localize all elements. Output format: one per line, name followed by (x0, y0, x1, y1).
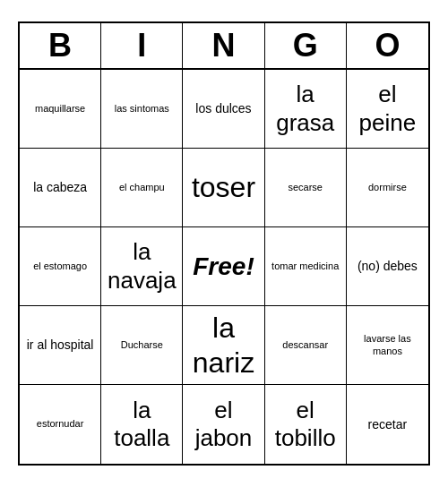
cell-text: el estomago (33, 261, 87, 272)
cell-text: el peine (350, 81, 425, 136)
bingo-cell[interactable]: la toalla (101, 385, 183, 464)
cell-text: Free! (193, 252, 254, 282)
bingo-cell[interactable]: el jabon (183, 385, 264, 464)
bingo-cell[interactable]: los dulces (183, 70, 264, 149)
cell-text: secarse (288, 182, 323, 193)
header-letter: B (20, 23, 101, 68)
bingo-cell[interactable]: la grasa (265, 70, 347, 149)
cell-text: la cabeza (33, 180, 87, 195)
cell-text: lavarse las manos (350, 333, 425, 356)
cell-text: la navaja (105, 238, 178, 294)
bingo-cell[interactable]: descansar (265, 306, 347, 385)
cell-text: el tobillo (269, 397, 342, 452)
cell-text: la toalla (105, 397, 178, 452)
bingo-cell[interactable]: la navaja (101, 227, 183, 306)
bingo-cell[interactable]: el tobillo (265, 385, 347, 464)
bingo-cell[interactable]: Ducharse (101, 306, 183, 385)
cell-text: la nariz (186, 311, 260, 380)
bingo-cell[interactable]: maquillarse (20, 70, 101, 149)
header-letter: G (265, 23, 347, 68)
bingo-cell[interactable]: recetar (347, 385, 428, 464)
cell-text: los dulces (195, 101, 251, 116)
bingo-cell[interactable]: el estomago (20, 227, 101, 306)
cell-text: toser (192, 170, 255, 204)
bingo-cell[interactable]: el champu (101, 149, 183, 227)
bingo-cell[interactable]: estornudar (20, 385, 101, 464)
cell-text: el jabon (186, 397, 260, 452)
cell-text: estornudar (37, 418, 84, 430)
bingo-cell[interactable]: (no) debes (347, 227, 428, 306)
cell-text: dormirse (368, 182, 407, 193)
cell-text: descansar (282, 339, 328, 351)
bingo-grid: maquillarselas sintomaslos dulcesla gras… (20, 70, 428, 464)
cell-text: las sintomas (115, 103, 169, 115)
cell-text: el champu (119, 182, 165, 193)
cell-text: maquillarse (35, 103, 85, 115)
cell-text: recetar (368, 417, 408, 432)
bingo-cell[interactable]: Free! (183, 227, 264, 306)
bingo-cell[interactable]: la nariz (183, 306, 264, 385)
bingo-cell[interactable]: toser (183, 149, 264, 227)
cell-text: tomar medicina (271, 261, 339, 272)
bingo-cell[interactable]: ir al hospital (20, 306, 101, 385)
header-letter: N (183, 23, 264, 68)
cell-text: la grasa (269, 81, 342, 136)
bingo-cell[interactable]: la cabeza (20, 149, 101, 227)
bingo-cell[interactable]: tomar medicina (265, 227, 347, 306)
bingo-cell[interactable]: dormirse (347, 149, 428, 227)
cell-text: Ducharse (121, 339, 163, 351)
header-letter: O (347, 23, 428, 68)
header-letter: I (101, 23, 183, 68)
bingo-cell[interactable]: lavarse las manos (347, 306, 428, 385)
cell-text: (no) debes (358, 259, 418, 274)
bingo-cell[interactable]: el peine (347, 70, 428, 149)
cell-text: ir al hospital (27, 337, 94, 353)
bingo-cell[interactable]: las sintomas (101, 70, 183, 149)
bingo-header: BINGO (20, 23, 428, 70)
bingo-board: BINGO maquillarselas sintomaslos dulcesl… (18, 21, 430, 466)
bingo-cell[interactable]: secarse (265, 149, 347, 227)
